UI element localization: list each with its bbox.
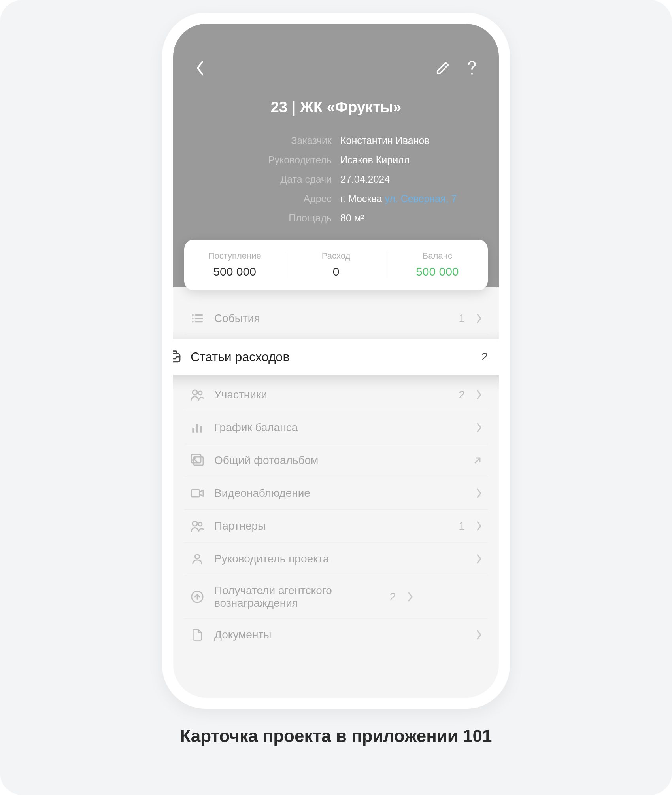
chevron-left-icon	[195, 60, 205, 76]
inbox-icon	[173, 349, 181, 364]
menu-item-manager[interactable]: Руководитель проекта	[184, 543, 488, 575]
document-icon	[190, 627, 205, 642]
svg-point-20	[198, 522, 202, 526]
question-icon	[466, 60, 478, 76]
svg-point-3	[192, 318, 194, 319]
phone-screen: 23 | ЖК «Фрукты» Заказчик Константин Ива…	[173, 24, 499, 698]
chevron-right-icon	[476, 390, 482, 400]
help-button[interactable]	[463, 59, 481, 77]
chevron-right-icon	[476, 630, 482, 640]
summary-income-value: 500 000	[184, 265, 285, 278]
summary-income[interactable]: Поступление 500 000	[184, 251, 285, 278]
summary-balance-label: Баланс	[387, 251, 488, 261]
menu-item-photos[interactable]: Общий фотоальбом	[184, 444, 488, 477]
menu-label: Партнеры	[214, 520, 449, 532]
menu-item-partners[interactable]: Партнеры 1	[184, 510, 488, 543]
project-menu: События 1 Статьи расходов 2	[173, 302, 499, 651]
address-city: г. Москва	[340, 193, 382, 204]
chevron-right-icon	[407, 592, 413, 602]
menu-item-agents[interactable]: Получатели агентского вознаграждения 2	[184, 575, 488, 619]
header-toolbar	[191, 59, 481, 77]
field-value-address: г. Москва ул. Северная, 7	[340, 193, 481, 204]
menu-item-members[interactable]: Участники 2	[184, 379, 488, 411]
svg-rect-17	[191, 490, 200, 497]
field-value-area: 80 м²	[340, 212, 481, 224]
svg-rect-10	[192, 428, 194, 433]
svg-point-19	[193, 521, 197, 526]
images-icon	[190, 453, 205, 468]
menu-count: 2	[390, 591, 396, 603]
menu-label: События	[214, 312, 449, 325]
summary-expense-value: 0	[285, 265, 386, 278]
field-value-customer: Константин Иванов	[340, 135, 481, 146]
svg-point-0	[471, 73, 473, 75]
menu-label: Руководитель проекта	[214, 553, 466, 565]
menu-label: Статьи расходов	[191, 350, 472, 364]
svg-point-9	[198, 391, 202, 395]
field-label-area: Площадь	[191, 212, 332, 224]
bar-chart-icon	[190, 420, 205, 435]
phone-frame: 23 | ЖК «Фрукты» Заказчик Константин Ива…	[162, 13, 510, 709]
svg-point-5	[192, 321, 194, 322]
summary-income-label: Поступление	[184, 251, 285, 261]
svg-point-8	[193, 390, 197, 395]
menu-item-video[interactable]: Видеонаблюдение	[184, 477, 488, 510]
address-street-link[interactable]: ул. Северная, 7	[385, 193, 457, 204]
chevron-right-icon	[476, 313, 482, 324]
arrow-up-right-icon	[473, 456, 482, 465]
menu-count: 1	[459, 312, 465, 325]
field-label-manager: Руководитель	[191, 154, 332, 166]
menu-item-events[interactable]: События 1	[184, 302, 488, 335]
svg-marker-18	[200, 490, 203, 496]
menu-count: 2	[481, 350, 488, 363]
field-label-customer: Заказчик	[191, 135, 332, 146]
menu-label: Общий фотоальбом	[214, 454, 463, 467]
balance-summary-card: Поступление 500 000 Расход 0 Баланс 500 …	[184, 240, 488, 290]
card-container: 23 | ЖК «Фрукты» Заказчик Константин Ива…	[0, 0, 672, 795]
user-icon	[190, 551, 205, 566]
svg-point-21	[195, 555, 199, 559]
menu-label: Получатели агентского вознаграждения	[214, 584, 380, 610]
chevron-right-icon	[476, 554, 482, 564]
chevron-right-icon	[476, 422, 482, 433]
video-icon	[190, 486, 205, 501]
menu-label: Участники	[214, 388, 449, 401]
menu-label: Документы	[214, 628, 466, 641]
arrow-up-circle-icon	[190, 589, 205, 604]
summary-expense-label: Расход	[285, 251, 386, 261]
field-label-date: Дата сдачи	[191, 174, 332, 185]
menu-item-balance-chart[interactable]: График баланса	[184, 411, 488, 444]
menu-count: 2	[459, 388, 465, 401]
pencil-icon	[436, 61, 450, 75]
project-info: Заказчик Константин Иванов Руководитель …	[191, 135, 481, 224]
users-icon	[190, 519, 205, 534]
project-title: 23 | ЖК «Фрукты»	[191, 99, 481, 116]
menu-item-expenses[interactable]: Статьи расходов 2	[173, 339, 499, 375]
menu-count: 1	[459, 520, 465, 532]
svg-rect-11	[196, 424, 198, 433]
svg-point-1	[192, 314, 194, 316]
back-button[interactable]	[191, 59, 209, 77]
summary-balance[interactable]: Баланс 500 000	[387, 251, 488, 278]
list-icon	[190, 311, 205, 326]
summary-balance-value: 500 000	[387, 265, 488, 278]
users-icon	[190, 387, 205, 402]
summary-expense[interactable]: Расход 0	[285, 251, 387, 278]
chevron-right-icon	[476, 488, 482, 498]
field-label-address: Адрес	[191, 193, 332, 204]
figure-caption: Карточка проекта в приложении 101	[180, 726, 492, 746]
chevron-right-icon	[476, 521, 482, 531]
edit-button[interactable]	[434, 59, 451, 77]
menu-item-documents[interactable]: Документы	[184, 619, 488, 651]
svg-rect-12	[200, 426, 202, 433]
menu-label: Видеонаблюдение	[214, 487, 466, 500]
field-value-date: 27.04.2024	[340, 174, 481, 185]
field-value-manager: Исаков Кирилл	[340, 154, 481, 166]
svg-line-16	[475, 458, 480, 463]
menu-label: График баланса	[214, 421, 466, 434]
